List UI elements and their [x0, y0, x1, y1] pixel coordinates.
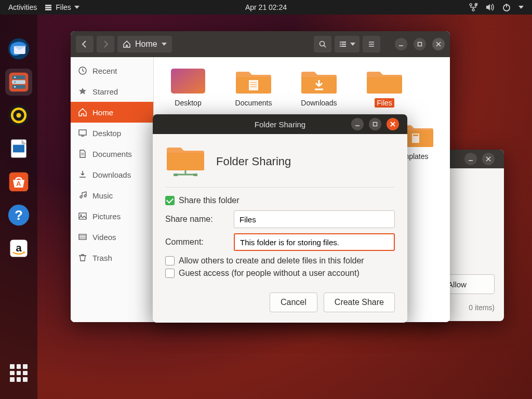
- files-minimize[interactable]: [395, 38, 407, 50]
- svg-rect-68: [413, 135, 418, 136]
- svg-point-20: [16, 113, 21, 117]
- hamburger-menu-button[interactable]: [363, 36, 380, 52]
- search-button[interactable]: [314, 36, 331, 52]
- svg-rect-22: [13, 145, 24, 153]
- svg-rect-39: [341, 46, 346, 47]
- list-icon: [339, 40, 347, 48]
- svg-point-17: [14, 86, 16, 88]
- file-item-files[interactable]: Files: [360, 66, 409, 108]
- sidebar-item-pictures[interactable]: Pictures: [71, 206, 153, 227]
- allow-others-checkbox[interactable]: [165, 256, 175, 265]
- sidebar-item-desktop[interactable]: Desktop: [71, 123, 153, 143]
- dock-ubuntu-software[interactable]: A: [5, 168, 32, 195]
- system-menu-chevron-icon[interactable]: [518, 6, 524, 9]
- dock-help[interactable]: ?: [5, 202, 32, 229]
- dock-files[interactable]: [5, 69, 32, 96]
- svg-rect-1: [45, 7, 51, 8]
- sidebar-item-label: Trash: [92, 254, 112, 262]
- sidebar-item-downloads[interactable]: Downloads: [71, 164, 153, 185]
- dock-libreoffice-writer[interactable]: [5, 135, 32, 162]
- sidebar-item-trash[interactable]: Trash: [71, 247, 153, 268]
- svg-rect-14: [12, 85, 25, 89]
- dialog-window-title: Folder Sharing: [255, 120, 305, 129]
- share-this-folder-label: Share this folder: [179, 196, 240, 205]
- cancel-button[interactable]: Cancel: [270, 292, 317, 312]
- nav-back-button[interactable]: [76, 36, 94, 52]
- share-this-folder-checkbox[interactable]: [165, 196, 175, 205]
- file-item-documents[interactable]: Documents: [229, 66, 278, 108]
- sidebar-item-label: Desktop: [92, 129, 121, 138]
- files-close[interactable]: [432, 38, 445, 50]
- chevron-down-icon: [74, 6, 79, 9]
- app-menu[interactable]: Files: [44, 3, 79, 11]
- nav-forward-button[interactable]: [97, 36, 114, 52]
- svg-point-5: [472, 9, 474, 11]
- file-label: Documents: [233, 98, 274, 108]
- comment-label: Comment:: [165, 237, 228, 247]
- sidebar-item-label: Starred: [92, 87, 118, 96]
- svg-rect-77: [193, 174, 197, 176]
- dock-thunderbird[interactable]: [5, 35, 32, 62]
- svg-point-15: [14, 76, 16, 78]
- clock[interactable]: Apr 21 02:24: [245, 3, 287, 11]
- volume-icon[interactable]: [485, 3, 495, 12]
- chevron-down-icon: [350, 43, 355, 46]
- files-sidebar: Recent Starred Home Desktop Documents Do…: [71, 57, 154, 322]
- sidebar-item-videos[interactable]: Videos: [71, 227, 153, 247]
- sidebar-item-label: Pictures: [92, 212, 121, 221]
- file-label: Downloads: [299, 98, 339, 108]
- file-item-desktop[interactable]: Desktop: [163, 66, 213, 108]
- sidebar-item-music[interactable]: Music: [71, 185, 153, 206]
- svg-point-16: [14, 82, 16, 83]
- power-icon[interactable]: [502, 3, 511, 12]
- path-chevron-icon: [162, 43, 167, 46]
- svg-rect-2: [45, 9, 51, 10]
- files-maximize[interactable]: [414, 38, 426, 50]
- sidebar-item-home[interactable]: Home: [71, 102, 153, 123]
- sidebar-item-label: Home: [92, 108, 113, 117]
- share-name-input[interactable]: [234, 210, 395, 228]
- comment-input[interactable]: [234, 233, 395, 251]
- create-share-button[interactable]: Create Share: [324, 292, 395, 312]
- files-icon: [44, 3, 52, 11]
- dialog-titlebar[interactable]: Folder Sharing: [153, 114, 407, 134]
- svg-rect-76: [174, 174, 178, 176]
- sidebar-item-label: Recent: [92, 66, 117, 75]
- bgwin-minimize[interactable]: [464, 153, 477, 165]
- activities-button[interactable]: Activities: [8, 3, 37, 11]
- svg-rect-59: [249, 80, 258, 90]
- file-label: Desktop: [172, 98, 203, 108]
- sidebar-item-label: Videos: [92, 233, 116, 242]
- sidebar-item-documents[interactable]: Documents: [71, 143, 153, 164]
- dialog-close[interactable]: [387, 118, 399, 130]
- share-folder-icon: [165, 143, 206, 180]
- sidebar-item-recent[interactable]: Recent: [71, 60, 153, 81]
- dialog-minimize[interactable]: [351, 118, 364, 130]
- file-label: Files: [375, 98, 394, 108]
- svg-rect-54: [79, 234, 86, 240]
- svg-rect-48: [79, 130, 86, 135]
- svg-point-3: [470, 4, 472, 6]
- app-menu-label: Files: [56, 3, 71, 11]
- svg-text:A: A: [16, 180, 21, 188]
- bgwin-close[interactable]: [482, 153, 495, 165]
- dialog-maximize[interactable]: [369, 118, 381, 130]
- svg-rect-37: [341, 44, 346, 45]
- dock-amazon[interactable]: a: [5, 235, 32, 262]
- sidebar-item-starred[interactable]: Starred: [71, 81, 153, 102]
- dock-rhythmbox[interactable]: [5, 102, 32, 129]
- svg-rect-52: [79, 213, 86, 219]
- guest-access-label: Guest access (for people without a user …: [179, 269, 360, 278]
- file-item-downloads[interactable]: Downloads: [294, 66, 344, 108]
- guest-access-checkbox[interactable]: [165, 269, 175, 278]
- folder-sharing-dialog: Folder Sharing Folder Sharing Share this…: [153, 114, 407, 323]
- files-toolbar: Home: [71, 31, 450, 57]
- show-applications[interactable]: [5, 360, 32, 387]
- allow-others-label: Allow others to create and delete files …: [179, 256, 364, 265]
- svg-rect-44: [418, 43, 422, 46]
- path-bar[interactable]: Home: [117, 36, 172, 52]
- view-list-button[interactable]: [335, 36, 360, 52]
- svg-point-32: [320, 42, 325, 46]
- network-icon[interactable]: [469, 3, 478, 12]
- svg-text:a: a: [16, 242, 22, 254]
